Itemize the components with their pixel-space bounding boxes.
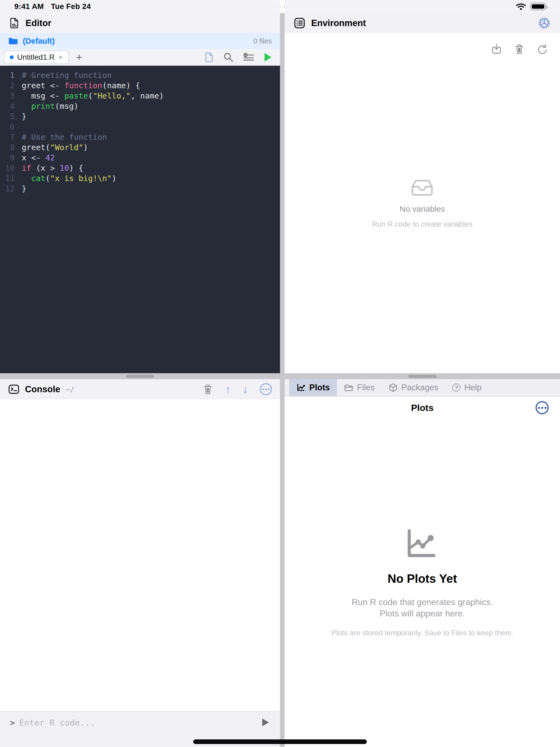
tab-packages-label: Packages [401, 383, 438, 392]
battery-icon [530, 3, 546, 10]
code-line: 4 print(msg) [0, 101, 280, 111]
environment-empty-subtitle: Run R code to create variables [372, 220, 473, 229]
tab-plots[interactable]: Plots [289, 379, 337, 396]
editor-header: Editor [0, 13, 280, 33]
code-editor[interactable]: 1# Greeting function2greet <- function(n… [0, 66, 280, 373]
code-line: 10if (x > 10) { [0, 163, 280, 173]
console-actions: ↑ ↓ [203, 383, 272, 395]
files-folder-icon [344, 384, 353, 392]
environment-plots-divider[interactable] [285, 373, 560, 379]
clear-console-icon[interactable] [203, 383, 213, 395]
console-input[interactable]: Enter R code... [19, 718, 262, 727]
plots-empty-description: Run R code that generates graphics. Plot… [352, 596, 493, 619]
tab-help[interactable]: ? Help [445, 379, 489, 396]
plots-chart-icon [296, 383, 305, 392]
code-line: 7# Use the function [0, 132, 280, 142]
plots-body: No Plots Yet Run R code that generates g… [285, 419, 560, 747]
status-time: 9:41 AM [15, 2, 44, 11]
variable-list-icon [294, 17, 305, 29]
plots-empty-title: No Plots Yet [388, 572, 457, 586]
console-prompt: > [10, 718, 15, 727]
right-tab-bar: Plots Files Packages ? Help [285, 379, 560, 396]
tab-files-label: Files [357, 383, 375, 392]
code-line: 6 [0, 122, 280, 132]
console-more-icon[interactable] [260, 383, 272, 395]
import-data-icon[interactable] [490, 43, 503, 55]
tab-packages[interactable]: Packages [382, 379, 445, 396]
environment-body: No variables Run R code to create variab… [285, 33, 560, 373]
close-tab-icon[interactable]: × [58, 53, 63, 61]
tab-help-label: Help [464, 383, 482, 392]
files-count: 0 files [254, 37, 272, 45]
code-lines: 1# Greeting function2greet <- function(n… [0, 70, 280, 194]
environment-header: Environment [285, 13, 560, 33]
environment-toolbar [490, 43, 548, 55]
code-line: 2greet <- function(name) { [0, 80, 280, 91]
plots-empty-state: No Plots Yet Run R code that generates g… [331, 529, 513, 637]
drag-handle[interactable] [408, 375, 436, 378]
split-view-handle[interactable] [280, 0, 285, 13]
console-path: ~/ [66, 385, 75, 393]
console-title: Console [25, 384, 60, 394]
plots-empty-note: Plots are stored temporarily. Save to Fi… [331, 629, 513, 637]
environment-title: Environment [311, 18, 366, 28]
file-tab-untitled1[interactable]: Untitled1.R × [4, 51, 69, 64]
environment-empty-state: No variables Run R code to create variab… [372, 178, 473, 229]
editor-title: Editor [26, 18, 51, 28]
code-line: 3 msg <- paste("Hello,", name) [0, 91, 280, 101]
packages-box-icon [389, 383, 398, 392]
right-panel: Environment [285, 0, 560, 747]
run-code-icon[interactable] [262, 718, 269, 727]
code-line: 5} [0, 111, 280, 122]
status-bar-right [285, 0, 560, 13]
clear-environment-icon[interactable] [514, 43, 525, 55]
editor-console-divider[interactable] [0, 373, 280, 379]
terminal-icon [8, 384, 20, 395]
editor-tab-bar: Untitled1.R × + [0, 49, 280, 66]
wifi-icon [515, 2, 526, 10]
tab-files[interactable]: Files [337, 379, 382, 396]
plots-empty-line1: Run R code that generates graphics. [352, 596, 493, 608]
console-header: Console ~/ ↑ ↓ [0, 379, 280, 399]
no-plots-chart-icon [404, 529, 440, 559]
run-file-icon[interactable] [264, 53, 272, 62]
outline-list-icon[interactable] [243, 52, 255, 62]
plots-more-icon[interactable] [536, 401, 549, 414]
history-down-icon[interactable]: ↓ [243, 384, 248, 395]
settings-gear-icon[interactable] [538, 17, 551, 30]
workspace-label: (Default) [23, 37, 55, 46]
code-line: 9x <- 42 [0, 153, 280, 163]
search-icon[interactable] [223, 52, 234, 63]
console-output[interactable] [0, 399, 280, 711]
status-date: Tue Feb 24 [51, 2, 90, 11]
file-tab-label: Untitled1.R [17, 53, 55, 61]
panel-split-divider[interactable] [280, 0, 285, 747]
plots-header: Plots [285, 396, 560, 419]
document-icon [9, 17, 20, 29]
help-icon: ? [452, 384, 460, 392]
environment-empty-title: No variables [400, 204, 445, 214]
drag-handle[interactable] [126, 375, 154, 378]
add-tab-button[interactable]: + [76, 52, 82, 63]
status-bar-left: 9:41 AM Tue Feb 24 [0, 0, 280, 13]
workspace-selector[interactable]: (Default) 0 files [0, 33, 280, 49]
left-panel: 9:41 AM Tue Feb 24 Editor (Default) 0 fi… [0, 0, 280, 747]
refresh-icon[interactable] [536, 43, 548, 55]
code-line: 8greet("World") [0, 142, 280, 153]
history-up-icon[interactable]: ↑ [225, 384, 231, 395]
plots-empty-line2: Plots will appear here. [352, 608, 493, 619]
tab-plots-label: Plots [309, 383, 330, 392]
code-line: 1# Greeting function [0, 70, 280, 80]
new-file-icon[interactable] [205, 52, 214, 63]
home-indicator[interactable] [193, 739, 367, 744]
unsaved-dot-icon [10, 55, 14, 59]
folder-icon [8, 37, 18, 45]
plots-title: Plots [411, 403, 433, 413]
editor-toolbar [205, 52, 276, 63]
empty-tray-icon [409, 178, 435, 197]
code-line: 12} [0, 183, 280, 194]
code-line: 11 cat("x is big!\n") [0, 173, 280, 183]
